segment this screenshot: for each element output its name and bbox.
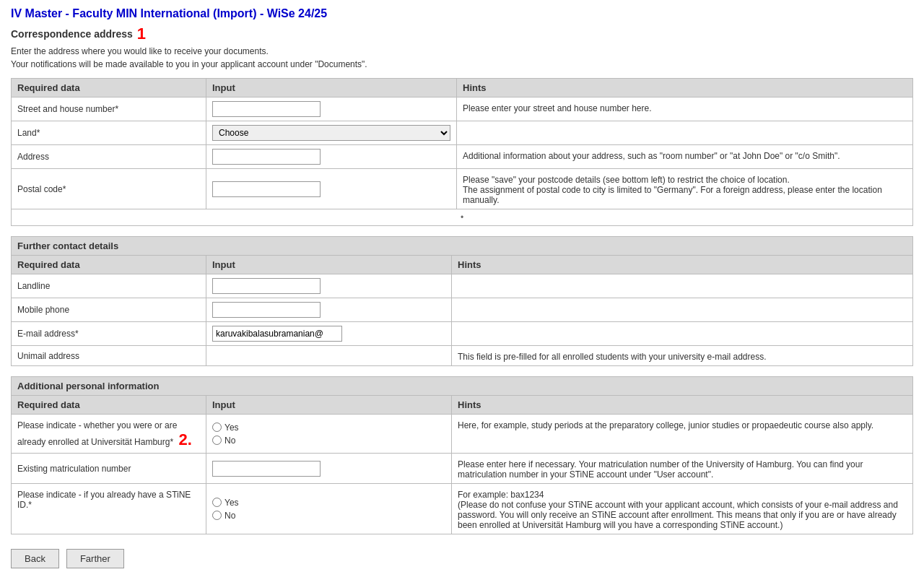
street-label: Street and house number* (12, 98, 206, 121)
unimail-label: Unimail address (12, 346, 206, 366)
table-row: Land* Choose (12, 121, 913, 145)
stine-no-text: No (225, 511, 235, 521)
landline-hint (452, 274, 913, 298)
col-required-data-2: Required data (12, 256, 206, 274)
col-input-2: Input (206, 256, 452, 274)
contact-table: Further contact details Required data In… (11, 236, 913, 366)
stine-no-label[interactable]: No (212, 511, 445, 521)
email-label: E-mail address* (12, 322, 206, 346)
land-select[interactable]: Choose (212, 125, 450, 141)
stine-hint: For example: bax1234 (Please do not conf… (452, 484, 913, 534)
enrolled-no-label[interactable]: No (212, 436, 445, 446)
step2-number: 2. (178, 430, 191, 448)
enrolled-input-cell: Yes No (206, 415, 452, 454)
correspondence-table: Required data Input Hints Street and hou… (11, 78, 913, 226)
email-input[interactable] (212, 326, 342, 342)
postal-label: Postal code* (12, 169, 206, 209)
enrolled-hint: Here, for example, study periods at the … (452, 415, 913, 454)
contact-section: Further contact details Required data In… (11, 236, 913, 366)
unimail-hint: This field is pre-filled for all enrolle… (452, 346, 913, 366)
landline-input-cell (206, 274, 452, 298)
table-row: Existing matriculation number Please ent… (12, 454, 913, 484)
additional-section: Additional personal information Required… (11, 376, 913, 534)
section1-desc-line1: Enter the address where you would like t… (11, 46, 269, 56)
street-input-cell (206, 98, 457, 121)
address-label: Address (12, 145, 206, 169)
stine-yes-label[interactable]: Yes (212, 498, 445, 508)
col-input-1: Input (206, 79, 457, 98)
bottom-bar: Back Farther (11, 549, 913, 568)
postal-input-cell (206, 169, 457, 209)
col-required-data-3: Required data (12, 396, 206, 415)
address-input[interactable] (212, 149, 321, 165)
col-input-3: Input (206, 396, 452, 415)
col-hints-1: Hints (457, 79, 913, 98)
correspondence-section: Correspondence address 1 Enter the addre… (11, 26, 913, 226)
section1-desc-line2: Your notifications will be made availabl… (11, 59, 367, 69)
col-hints-2: Hints (452, 256, 913, 274)
stine-label: Please indicate - if you already have a … (12, 484, 206, 534)
table-row: Street and house number* Please enter yo… (12, 98, 913, 121)
mobile-input-cell (206, 298, 452, 322)
matric-label: Existing matriculation number (12, 454, 206, 484)
postal-input[interactable] (212, 181, 321, 197)
enrolled-yes-radio[interactable] (212, 422, 222, 432)
table-row: Please indicate - if you already have a … (12, 484, 913, 534)
street-input[interactable] (212, 101, 321, 117)
back-button[interactable]: Back (11, 549, 59, 568)
matric-input[interactable] (212, 461, 321, 477)
mobile-hint (452, 298, 913, 322)
street-hint: Please enter your street and house numbe… (457, 98, 913, 121)
address-hint: Additional information about your addres… (457, 145, 913, 169)
section3-title: Additional personal information (17, 381, 159, 391)
land-input-cell: Choose (206, 121, 457, 145)
farther-button[interactable]: Farther (66, 549, 124, 568)
mobile-label: Mobile phone (12, 298, 206, 322)
stine-yes-radio[interactable] (212, 498, 222, 507)
email-input-cell (206, 322, 452, 346)
address-input-cell (206, 145, 457, 169)
section1-title: Correspondence address (11, 28, 133, 40)
table-row: Landline (12, 274, 913, 298)
enrolled-yes-label[interactable]: Yes (212, 422, 445, 433)
matric-input-cell (206, 454, 452, 484)
dot-row: • (12, 209, 913, 226)
stine-input-cell: Yes No (206, 484, 452, 534)
section1-desc: Enter the address where you would like t… (11, 45, 913, 71)
enrolled-label: Please indicate - whether you were or ar… (12, 415, 206, 454)
land-hint (457, 121, 913, 145)
table-row: Postal code* Please "save" your postcode… (12, 169, 913, 209)
landline-label: Landline (12, 274, 206, 298)
land-label: Land* (12, 121, 206, 145)
stine-yes-text: Yes (225, 498, 239, 508)
matric-hint: Please enter here if necessary. Your mat… (452, 454, 913, 484)
email-hint (452, 322, 913, 346)
table-row: Mobile phone (12, 298, 913, 322)
postal-hint: Please "save" your postcode details (see… (457, 169, 913, 209)
table-row: E-mail address* (12, 322, 913, 346)
section2-title: Further contact details (17, 240, 118, 251)
enrolled-yes-text: Yes (225, 422, 239, 433)
page-title: IV Master - Faculty MIN International (I… (11, 7, 913, 20)
stine-radio-group: Yes No (212, 498, 445, 521)
enrolled-no-radio[interactable] (212, 436, 222, 445)
dot-separator: • (461, 212, 463, 222)
step1-number: 1 (137, 26, 146, 42)
table-row: Unimail address This field is pre-filled… (12, 346, 913, 366)
section1-header: Correspondence address 1 (11, 26, 913, 42)
stine-no-radio[interactable] (212, 511, 222, 520)
enrolled-radio-group: Yes No (212, 422, 445, 446)
landline-input[interactable] (212, 278, 321, 294)
unimail-input-cell (206, 346, 452, 366)
enrolled-no-text: No (225, 436, 235, 446)
table-row: Please indicate - whether you were or ar… (12, 415, 913, 454)
col-hints-3: Hints (452, 396, 913, 415)
additional-table: Additional personal information Required… (11, 376, 913, 534)
col-required-data-1: Required data (12, 79, 206, 98)
mobile-input[interactable] (212, 302, 321, 318)
table-row: Address Additional information about you… (12, 145, 913, 169)
